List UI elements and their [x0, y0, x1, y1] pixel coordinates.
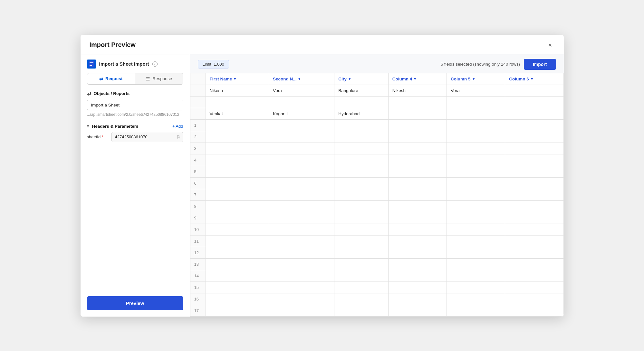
row-number: [190, 85, 206, 96]
param-row-sheetid: sheetId * 42742508861070 ⎘: [87, 132, 183, 142]
cell-column4: [388, 293, 447, 305]
cell-column6: [505, 200, 563, 212]
row-number: [190, 108, 206, 119]
row-number: 16: [190, 293, 206, 305]
cell-city: [334, 189, 389, 200]
cell-city: [334, 177, 389, 189]
col-header-column4[interactable]: Column 4 ▾: [388, 73, 447, 85]
cell-first_name: [206, 270, 269, 282]
request-icon: ⇄: [99, 76, 103, 81]
col-header-column5[interactable]: Column 5 ▾: [447, 73, 505, 85]
cell-column5: [447, 270, 505, 282]
table-row: 15: [190, 282, 563, 293]
row-number: 9: [190, 212, 206, 224]
cell-second_n: Koganti: [269, 108, 334, 119]
cell-second_n: [269, 189, 334, 200]
headers-title: ≡ Headers & Parameters: [87, 124, 139, 129]
cell-column4: [388, 108, 447, 119]
tab-request[interactable]: ⇄ Request: [87, 73, 135, 85]
cell-city: [334, 131, 389, 143]
col-dropdown-column4[interactable]: ▾: [414, 77, 416, 81]
row-number: [190, 96, 206, 108]
col-dropdown-column5[interactable]: ▾: [473, 77, 475, 81]
cell-city: [334, 96, 389, 108]
col-dropdown-second-n[interactable]: ▾: [298, 77, 300, 81]
table-container[interactable]: First Name ▾ Second N... ▾: [190, 73, 564, 317]
cell-second_n: [269, 224, 334, 235]
cell-column5: [447, 189, 505, 200]
col-dropdown-city[interactable]: ▾: [349, 77, 351, 81]
cell-column6: [505, 131, 563, 143]
cell-column6: [505, 212, 563, 224]
row-number: 4: [190, 154, 206, 166]
cell-second_n: [269, 200, 334, 212]
close-button[interactable]: ×: [546, 41, 555, 50]
table-row: 6: [190, 177, 563, 189]
cell-column6: [505, 108, 563, 119]
cell-column6: [505, 247, 563, 258]
copy-icon[interactable]: ⎘: [177, 134, 180, 140]
row-number: 14: [190, 270, 206, 282]
cell-column4: [388, 119, 447, 131]
objects-input[interactable]: [87, 100, 183, 110]
preview-button[interactable]: Preview: [87, 296, 183, 310]
cell-first_name: [206, 189, 269, 200]
import-button[interactable]: Import: [524, 59, 556, 70]
cell-first_name: [206, 224, 269, 235]
table-row: 8: [190, 200, 563, 212]
col-dropdown-first-name[interactable]: ▾: [234, 77, 236, 81]
col-dropdown-column6[interactable]: ▾: [531, 77, 533, 81]
cell-column4: [388, 212, 447, 224]
col-header-city[interactable]: City ▾: [334, 73, 389, 85]
cell-column4: [388, 96, 447, 108]
cell-column6: [505, 189, 563, 200]
col-header-second-n[interactable]: Second N... ▾: [269, 73, 334, 85]
col-header-column6[interactable]: Column 6 ▾: [505, 73, 563, 85]
cell-column6: [505, 270, 563, 282]
cell-column4: Nikesh: [388, 85, 447, 96]
cell-column4: [388, 154, 447, 166]
cell-column5: [447, 143, 505, 154]
row-number: 12: [190, 247, 206, 258]
cell-city: [334, 282, 389, 293]
cell-first_name: [206, 247, 269, 258]
cell-second_n: Vora: [269, 85, 334, 96]
cell-column6: [505, 224, 563, 235]
info-icon[interactable]: i: [152, 61, 158, 67]
headers-title-row: ≡ Headers & Parameters + Add: [87, 124, 183, 129]
add-parameter-link[interactable]: + Add: [172, 124, 183, 129]
cell-city: [334, 247, 389, 258]
row-number: 5: [190, 166, 206, 177]
tab-request-label: Request: [105, 76, 122, 81]
cell-column4: [388, 200, 447, 212]
cell-column4: [388, 305, 447, 316]
cell-city: [334, 305, 389, 316]
cell-first_name: Nikesh: [206, 85, 269, 96]
cell-column5: [447, 293, 505, 305]
cell-column5: [447, 131, 505, 143]
cell-city: [334, 258, 389, 270]
col-header-rownum: [190, 73, 206, 85]
cell-city: [334, 143, 389, 154]
headers-section: ≡ Headers & Parameters + Add sheetId * 4…: [81, 118, 190, 144]
cell-second_n: [269, 282, 334, 293]
cell-city: [334, 293, 389, 305]
tab-response[interactable]: ☰ Response: [135, 73, 183, 85]
cell-second_n: [269, 143, 334, 154]
cell-column5: [447, 177, 505, 189]
cell-column4: [388, 131, 447, 143]
cell-first_name: [206, 235, 269, 247]
col-header-first-name[interactable]: First Name ▾: [206, 73, 269, 85]
cell-column5: [447, 247, 505, 258]
cell-column4: [388, 247, 447, 258]
cell-column4: [388, 235, 447, 247]
cell-column4: [388, 224, 447, 235]
smartsheet-icon: [87, 60, 96, 69]
cell-column4: [388, 143, 447, 154]
limit-badge: Limit: 1,000: [198, 60, 229, 69]
cell-first_name: [206, 282, 269, 293]
cell-second_n: [269, 235, 334, 247]
param-sheetid-input[interactable]: 42742508861070 ⎘: [111, 132, 183, 142]
cell-second_n: [269, 119, 334, 131]
cell-column6: [505, 119, 563, 131]
